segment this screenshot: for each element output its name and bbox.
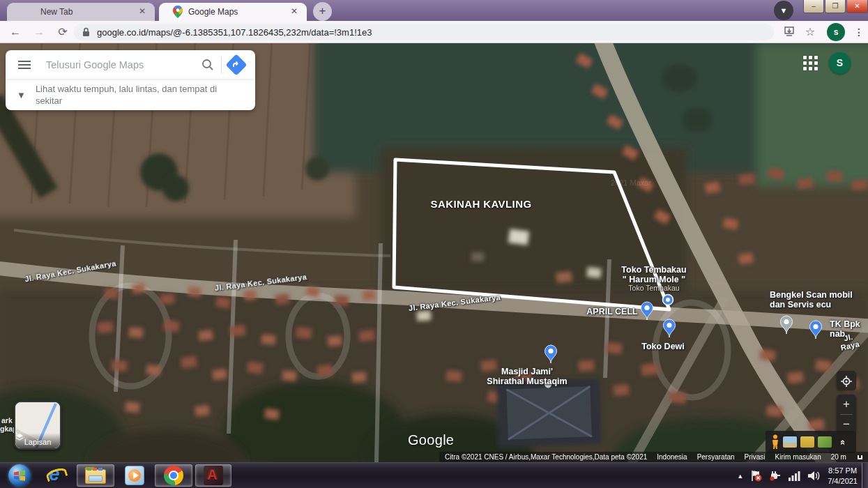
media-player-icon[interactable] [120,464,149,487]
tab-title: New Tab [21,7,137,17]
label-april-cell[interactable]: APRIL CELL [586,307,637,317]
imagery-thumb-green[interactable] [818,436,832,448]
label-imagery-watermark: 2021 Maxar [611,178,651,187]
reload-icon[interactable]: ⟳ [56,25,70,39]
attribution-link[interactable]: Indonesia [657,453,687,461]
taskbar-clock[interactable]: 8:57 PM 7/4/2021 [828,466,858,486]
tab-new-tab[interactable]: New Tab ✕ [7,3,155,21]
attribution-links: IndonesiaPersyaratanPrivasiKirim masukan [657,453,821,461]
maps-search-box[interactable]: Telusuri Google Maps [6,50,255,79]
clock-time: 8:57 PM [828,466,858,475]
system-tray: ▲ 8:57 PM 7/4/2021 [737,463,868,488]
attribution-bar: Citra ©2021 CNES / Airbus,Maxar Technolo… [439,452,868,462]
scale-bar [858,455,862,459]
scale-text: 20 m [831,453,846,461]
pin-bengkel[interactable] [779,315,794,337]
layers-label: Lapisan [24,438,52,446]
label-toko-tembakau[interactable]: Toko Tembakau " Harum Mole " [621,265,686,285]
forward-icon[interactable]: → [32,25,46,39]
pin-masjid[interactable] [543,344,558,367]
layers-icon [15,433,24,441]
desktop: New Tab ✕ Google Maps ✕ + ▼ – ❐ ✕ ← → ⟳ [0,0,868,488]
mosque-roof [496,379,602,448]
back-icon[interactable]: ← [8,25,22,39]
show-desktop-button[interactable] [862,463,868,488]
label-sakinah-kavling: SAKINAH KAVLING [431,198,532,210]
volume-speaker-icon[interactable] [808,471,821,481]
pin-toko-tembakau[interactable] [662,293,674,309]
directions-icon[interactable] [225,54,247,75]
new-tab-button[interactable]: + [313,2,332,21]
internet-explorer-icon[interactable]: e [42,464,71,487]
tab-title: Google Maps [183,7,289,17]
google-maps-favicon [173,6,183,18]
hint-text: Lihat waktu tempuh, lalu lintas, dan tem… [36,84,238,107]
lock-icon [82,27,90,37]
address-bar[interactable]: google.co.id/maps/@-6.1385351,107.182643… [74,24,774,40]
menu-hamburger-icon[interactable] [18,61,31,69]
profile-chevron-button[interactable]: ▼ [774,1,793,20]
autocad-button[interactable]: A [195,464,231,487]
maps-hint-row[interactable]: ▼ Lihat waktu tempuh, lalu lintas, dan t… [6,79,255,110]
label-bengkel[interactable]: Bengkel Scan mobil dan Servis ecu [770,290,853,310]
bookmark-star-icon[interactable]: ☆ [803,25,817,39]
clock-date: 7/4/2021 [828,476,858,486]
search-input[interactable]: Telusuri Google Maps [46,59,201,70]
power-plug-icon[interactable] [769,470,782,482]
imagery-thumb-field[interactable] [800,436,814,448]
browser-profile-avatar[interactable]: s [827,23,845,41]
pin-tk-bpk[interactable] [808,320,823,342]
install-download-icon[interactable] [782,25,796,39]
chevron-down-icon[interactable]: ▼ [17,90,26,100]
label-masjid[interactable]: Masjid Jami' Shirathal Mustaqim [487,367,567,387]
start-button[interactable] [6,464,33,487]
browser-toolbar: ← → ⟳ google.co.id/maps/@-6.1385351,107.… [0,21,868,43]
attribution-link[interactable]: Persyaratan [697,453,735,461]
tab-google-maps[interactable]: Google Maps ✕ [159,3,307,21]
tab-close-icon[interactable]: ✕ [289,6,300,17]
google-watermark: Google [408,432,454,448]
attribution-link[interactable]: Privasi [745,453,766,461]
collapse-chevron-icon[interactable]: « [838,439,848,444]
network-signal-icon[interactable] [789,471,801,481]
maps-account-avatar[interactable]: S [829,52,851,74]
layers-widget[interactable]: Lapisan [14,401,61,450]
pin-april-cell[interactable] [639,301,655,323]
action-center-flag-icon[interactable] [750,470,762,482]
chrome-button[interactable] [155,464,192,487]
map-canvas[interactable]: SAKINAH KAVLINGJl. Raya Kec. SukakaryaJl… [0,43,868,462]
google-apps-grid-icon[interactable] [803,56,818,71]
attribution-link[interactable]: Kirim masukan [775,453,821,461]
divider [221,56,222,73]
zoom-control: + − [837,395,856,434]
file-explorer-button[interactable] [77,464,114,487]
menu-kebab-icon[interactable]: ⋮ [852,25,866,39]
label-fragment-ark: ark [1,416,13,425]
tray-show-hidden-icon[interactable]: ▲ [737,473,743,480]
window-minimize-button[interactable]: – [803,0,824,13]
label-toko-tembakau-sub: Toko Tembakau [628,284,679,292]
windows-taskbar: e [0,462,868,488]
zoom-in-button[interactable]: + [837,395,856,414]
label-toko-dewi[interactable]: Toko Dewi [641,342,685,351]
url-text: google.co.id/maps/@-6.1385351,107.182643… [97,27,372,38]
imagery-panel: « [766,431,856,453]
imagery-thumb-sky[interactable] [783,436,797,448]
window-maximize-button[interactable]: ❐ [825,0,846,13]
browser-titlebar: New Tab ✕ Google Maps ✕ + ▼ – ❐ ✕ [0,0,868,21]
pin-toko-dewi[interactable] [662,319,677,341]
pegman-icon[interactable] [771,434,779,450]
window-close-button[interactable]: ✕ [846,0,868,13]
search-icon[interactable] [201,59,214,71]
imagery-attribution: Citra ©2021 CNES / Airbus,Maxar Technolo… [445,453,647,461]
my-location-button[interactable] [837,371,856,390]
tab-close-icon[interactable]: ✕ [137,6,148,17]
